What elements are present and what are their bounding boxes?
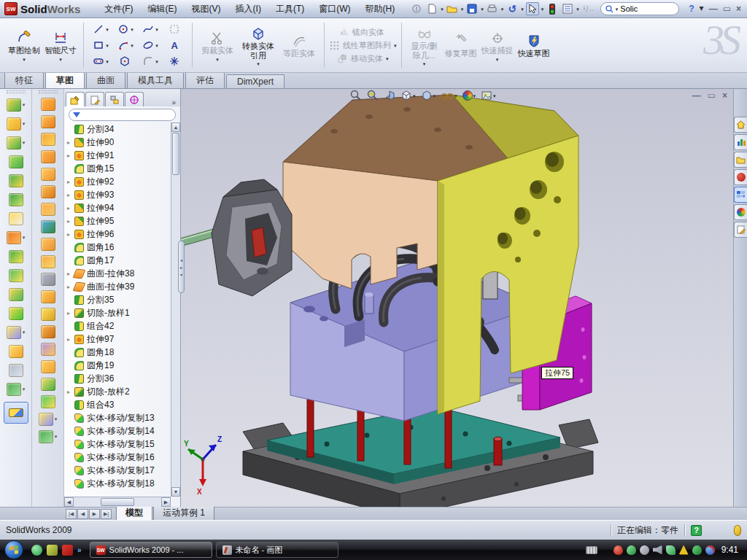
text-tool[interactable] xyxy=(163,39,187,51)
lofted-surface[interactable] xyxy=(34,131,63,148)
expand-arrow-icon[interactable]: ▸ xyxy=(67,389,74,395)
reference-point[interactable] xyxy=(1,323,31,342)
tray-network-icon[interactable] xyxy=(666,545,676,555)
options-list-icon[interactable] xyxy=(561,2,574,15)
quicklaunch-messenger-icon[interactable] xyxy=(31,545,42,556)
tree-item[interactable]: ▸ 拉伸90 xyxy=(67,136,180,149)
scroll-left-button[interactable]: ◀ xyxy=(64,497,74,507)
next-tab-button[interactable]: ▶ xyxy=(89,509,100,519)
tree-item[interactable]: ▸ 圆角18 xyxy=(67,346,180,359)
reference-plane[interactable] xyxy=(1,342,31,361)
tree-item[interactable]: ▸ 切除-放样1 xyxy=(67,306,180,319)
tree-item[interactable]: ▸ 曲面-拉伸38 xyxy=(67,267,180,280)
ribbon-tab[interactable]: 模具工具 xyxy=(127,72,184,88)
tree-item[interactable]: ▸ 实体-移动/复制15 xyxy=(67,438,180,451)
hole-wizard[interactable] xyxy=(1,209,31,228)
menu-item[interactable]: 文件(F) xyxy=(98,1,139,18)
zoom-area-icon[interactable] xyxy=(367,90,379,101)
ribbon-tab[interactable]: 特征 xyxy=(4,72,44,88)
pin-icon[interactable] xyxy=(410,2,423,15)
trim-entities-button[interactable]: 剪裁实体 ▾ xyxy=(197,28,238,62)
menu-item[interactable]: 帮助(H) xyxy=(359,1,402,18)
taskpane-design-library-icon[interactable] xyxy=(734,134,747,150)
surface-flatten[interactable] xyxy=(34,341,63,358)
display-delete-relations-button[interactable]: 显示/删除几... ▾ xyxy=(406,24,443,66)
boolean-combine[interactable] xyxy=(1,285,31,304)
menu-item[interactable]: 编辑(E) xyxy=(142,1,184,18)
help-icon[interactable]: ? xyxy=(689,4,694,14)
featuremanager-tree-tab[interactable] xyxy=(66,92,85,106)
tray-warning-icon[interactable] xyxy=(679,545,689,555)
fillet-surface[interactable] xyxy=(34,376,63,393)
ribbon-tab[interactable]: DimXpert xyxy=(226,74,285,88)
tree-item[interactable]: ▸ 实体-移动/复制14 xyxy=(67,424,180,438)
mirror-entities-button[interactable]: 镜向实体 xyxy=(338,27,387,38)
collapsed-toolbar-icon[interactable]: り.. xyxy=(581,2,595,15)
convert-entities-button[interactable]: 转换实体引用 ▾ xyxy=(238,24,279,66)
expand-arrow-icon[interactable]: ▸ xyxy=(67,179,74,185)
extruded-boss[interactable] xyxy=(1,96,31,114)
tree-item[interactable]: ▸ 圆角16 xyxy=(67,241,180,254)
expand-arrow-icon[interactable]: ▸ xyxy=(67,205,74,211)
taskpane-toolbox-icon[interactable] xyxy=(734,169,747,185)
close-button[interactable]: × xyxy=(736,4,741,14)
boundary-surface[interactable] xyxy=(34,148,63,166)
ruled-surface[interactable] xyxy=(34,306,63,323)
tree-item[interactable]: ▸ 组合43 xyxy=(67,398,180,411)
thicken[interactable] xyxy=(34,253,63,271)
graphics-area[interactable]: Y Z X ▾ ▾ ▾ ▾ ▾ — ▭ × 拉伸75 xyxy=(181,89,733,507)
slot-tool[interactable]: ▾ xyxy=(88,55,113,67)
sketch-button[interactable]: 草图绘制 ▾ xyxy=(6,28,42,62)
expand-arrow-icon[interactable]: ▸ xyxy=(67,139,74,146)
configuration-manager-tab[interactable] xyxy=(105,92,124,106)
select-tool-icon[interactable] xyxy=(526,2,539,15)
tree-item[interactable]: ▸ 拉伸92 xyxy=(67,175,180,188)
revolved-surface[interactable] xyxy=(34,113,63,131)
search-box[interactable]: ▾ xyxy=(600,2,679,15)
quicklaunch-solidworks-icon[interactable] xyxy=(62,545,73,556)
undo-icon[interactable]: ↺ xyxy=(506,2,519,15)
tree-item[interactable]: ▸ 拉伸93 xyxy=(67,188,180,201)
restore-button[interactable]: ▭ xyxy=(723,4,731,14)
display-style-icon[interactable]: ▾ xyxy=(421,90,436,101)
expand-arrow-icon[interactable]: ▸ xyxy=(67,231,74,238)
tree-vertical-scrollbar[interactable]: ▲ ▼ xyxy=(171,122,180,497)
extruded-cut[interactable] xyxy=(1,114,31,133)
scroll-right-button[interactable]: ▶ xyxy=(161,497,171,507)
tree-item[interactable]: ▸ 拉伸91 xyxy=(67,149,180,162)
print-icon[interactable] xyxy=(486,2,499,15)
tree-item[interactable]: ▸ 实体-移动/复制18 xyxy=(67,477,180,490)
reference-point-2[interactable] xyxy=(34,411,63,428)
view-orientation-icon[interactable]: ▾ xyxy=(400,90,416,101)
arc-tool[interactable]: ▾ xyxy=(113,39,138,51)
tree-item[interactable]: ▸ 实体-移动/复制13 xyxy=(67,411,180,424)
minimize-button[interactable]: — xyxy=(709,4,718,14)
panel-chevron-icon[interactable]: » xyxy=(169,98,179,106)
new-file-icon[interactable] xyxy=(425,2,438,15)
taskpane-home-icon[interactable] xyxy=(734,117,747,133)
taskpane-file-explorer-icon[interactable] xyxy=(734,152,747,168)
save-icon[interactable] xyxy=(465,2,479,15)
property-manager-tab[interactable] xyxy=(85,92,104,106)
filled-surface[interactable] xyxy=(34,166,63,183)
tree-item[interactable]: ▸ 拉伸94 xyxy=(67,201,180,214)
tree-item[interactable]: ▸ 实体-移动/复制16 xyxy=(67,451,180,464)
replace-face[interactable] xyxy=(34,288,63,306)
move-entities-button[interactable]: 移动实体 ▾ xyxy=(337,53,389,64)
tree-item[interactable]: ▸ 拉伸96 xyxy=(67,228,180,241)
tree-item[interactable]: ▸ 圆角19 xyxy=(67,359,180,372)
search-input[interactable] xyxy=(620,4,671,13)
expand-arrow-icon[interactable]: ▸ xyxy=(67,310,74,316)
tray-sync-disabled-icon[interactable] xyxy=(705,545,715,555)
menu-item[interactable]: 窗口(W) xyxy=(312,1,357,18)
tree-item[interactable]: ▸ 实体-移动/复制17 xyxy=(67,464,180,477)
rectangle-tool[interactable]: ▾ xyxy=(88,39,113,51)
zoom-fit-icon[interactable] xyxy=(350,90,362,101)
tree-item[interactable]: ▸ 组合42 xyxy=(67,319,180,332)
first-tab-button[interactable]: |◀ xyxy=(66,509,77,519)
quicklaunch-app-icon[interactable] xyxy=(47,545,58,556)
quick-tips-icon[interactable]: ? xyxy=(691,525,702,536)
doc-restore-button[interactable]: ▭ xyxy=(708,90,716,101)
tree-item[interactable]: ▸ 圆角15 xyxy=(67,162,180,175)
ribbon-tab[interactable]: 评估 xyxy=(185,72,225,88)
